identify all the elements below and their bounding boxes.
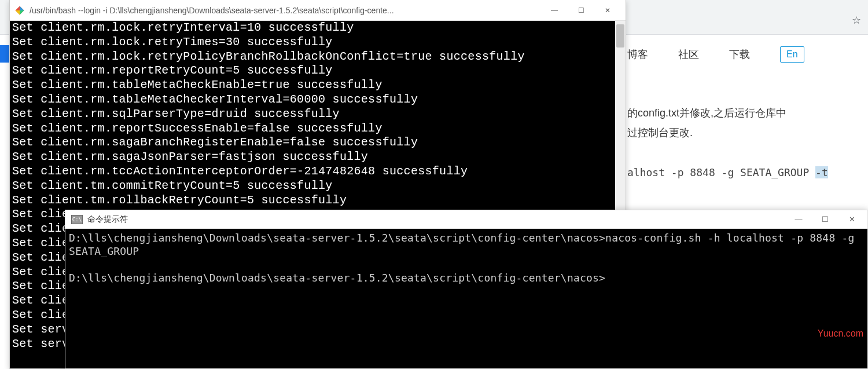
doc-line-1: 的config.txt并修改,之后运行仓库中 (627, 103, 854, 123)
doc-line-2: 过控制台更改. (627, 123, 854, 143)
bash-titlebar[interactable]: /usr/bin/bash --login -i D:\lls\chengjia… (10, 0, 626, 21)
bash-app-icon (14, 5, 25, 16)
nav-community[interactable]: 社区 (678, 48, 699, 61)
cmd-console-output[interactable]: D:\lls\chengjiansheng\Downloads\seata-se… (65, 229, 867, 287)
doc-code-highlight: -t (815, 166, 828, 178)
nav-download[interactable]: 下载 (729, 48, 750, 61)
lang-toggle[interactable]: En (780, 46, 804, 63)
watermark: Yuucn.com (818, 328, 863, 339)
close-button[interactable]: ✕ (838, 211, 865, 228)
minimize-button[interactable]: — (785, 211, 812, 228)
maximize-button[interactable]: ☐ (568, 1, 594, 20)
svg-marker-3 (16, 10, 20, 15)
close-button[interactable]: ✕ (594, 1, 621, 20)
minimize-button[interactable]: — (541, 1, 568, 20)
cmd-title-text: 命令提示符 (87, 214, 785, 225)
page-content: 博客 社区 下载 En 的config.txt并修改,之后运行仓库中 过控制台更… (613, 35, 868, 194)
maximize-button[interactable]: ☐ (812, 211, 838, 228)
cmd-terminal-window: C:\ 命令提示符 — ☐ ✕ D:\lls\chengjiansheng\Do… (65, 210, 868, 369)
blue-indicator (0, 45, 9, 63)
cmd-app-icon: C:\ (71, 215, 83, 224)
doc-paragraph: 的config.txt并修改,之后运行仓库中 过控制台更改. alhost -p… (627, 103, 854, 182)
doc-code-main: alhost -p 8848 -g SEATA_GROUP (627, 166, 815, 178)
cmd-titlebar[interactable]: C:\ 命令提示符 — ☐ ✕ (65, 210, 867, 229)
site-nav: 博客 社区 下载 En (627, 46, 854, 63)
bash-title-text: /usr/bin/bash --login -i D:\lls\chengjia… (30, 6, 541, 15)
cmd-window-controls: — ☐ ✕ (785, 211, 865, 228)
svg-marker-2 (20, 10, 24, 15)
bash-window-controls: — ☐ ✕ (541, 1, 621, 20)
bash-scrollbar-thumb[interactable] (616, 24, 624, 48)
svg-marker-1 (20, 6, 24, 10)
bookmark-star-icon[interactable]: ☆ (852, 14, 861, 27)
nav-blog[interactable]: 博客 (627, 48, 648, 61)
doc-code: alhost -p 8848 -g SEATA_GROUP -t (627, 163, 854, 182)
